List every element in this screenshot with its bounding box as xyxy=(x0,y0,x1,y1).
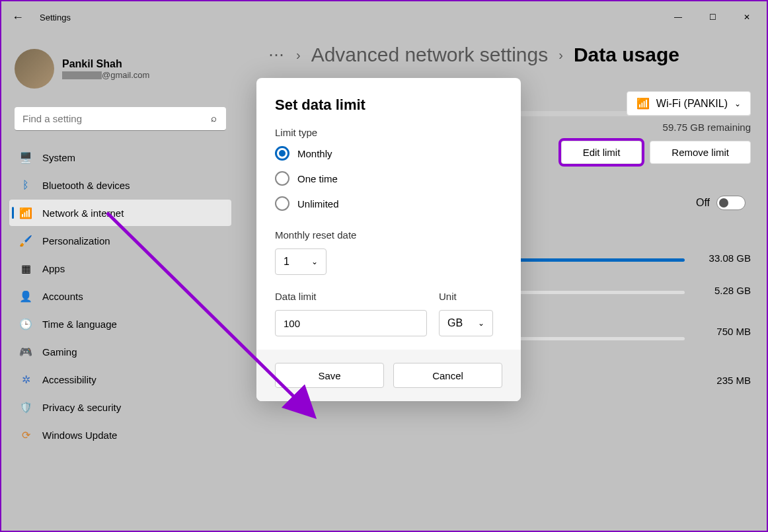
sidebar-item-apps[interactable]: ▦Apps xyxy=(9,255,231,282)
profile-name: Pankil Shah xyxy=(62,58,149,70)
sidebar-item-time[interactable]: 🕒Time & language xyxy=(9,311,231,337)
chevron-right-icon: › xyxy=(296,48,301,63)
profile-block[interactable]: Pankil Shah @gmail.com xyxy=(7,44,234,102)
chevron-right-icon: › xyxy=(558,48,563,63)
breadcrumb-more[interactable]: ⋯ xyxy=(268,46,286,64)
search-icon[interactable]: ⌕ xyxy=(211,112,217,124)
radio-unlimited[interactable]: Unlimited xyxy=(275,196,502,211)
radio-icon xyxy=(275,146,289,161)
breadcrumb-link[interactable]: Advanced network settings xyxy=(311,44,549,66)
breadcrumb-current: Data usage xyxy=(574,44,679,66)
profile-email: @gmail.com xyxy=(62,70,149,80)
back-button[interactable]: ← xyxy=(7,8,29,27)
sidebar-item-accessibility[interactable]: ✲Accessibility xyxy=(9,366,231,393)
data-limit-label: Data limit xyxy=(275,291,427,302)
wifi-label: Wi-Fi (PANKIL) xyxy=(656,98,728,110)
sidebar-item-privacy[interactable]: 🛡️Privacy & security xyxy=(9,394,231,420)
reset-date-select[interactable]: 1 ⌄ xyxy=(275,248,326,275)
save-button[interactable]: Save xyxy=(275,363,384,388)
cancel-button[interactable]: Cancel xyxy=(393,363,502,388)
toggle-state: Off xyxy=(696,197,710,209)
minimize-button[interactable]: — xyxy=(664,7,693,27)
wifi-selector[interactable]: 📶 Wi-Fi (PANKIL) ⌄ xyxy=(627,91,751,116)
radio-monthly[interactable]: Monthly xyxy=(275,146,502,161)
reset-date-label: Monthly reset date xyxy=(275,229,502,241)
sidebar-item-gaming[interactable]: 🎮Gaming xyxy=(9,338,231,365)
chevron-down-icon: ⌄ xyxy=(478,319,484,328)
shield-icon: 🛡️ xyxy=(20,401,32,413)
set-data-limit-dialog: Set data limit Limit type Monthly One ti… xyxy=(256,78,521,401)
search-input[interactable] xyxy=(15,107,226,131)
radio-icon xyxy=(275,196,289,211)
chevron-down-icon: ⌄ xyxy=(734,99,741,108)
gamepad-icon: 🎮 xyxy=(20,346,32,358)
wifi-icon: 📶 xyxy=(636,97,650,110)
radio-onetime[interactable]: One time xyxy=(275,171,502,186)
search-box: ⌕ xyxy=(15,107,226,131)
sidebar-item-bluetooth[interactable]: ᛒBluetooth & devices xyxy=(9,172,231,198)
edit-limit-button[interactable]: Edit limit xyxy=(561,141,642,164)
sidebar-item-accounts[interactable]: 👤Accounts xyxy=(9,283,231,309)
system-icon: 🖥️ xyxy=(20,151,32,163)
brush-icon: 🖌️ xyxy=(20,235,32,247)
app-size: 750 MB xyxy=(698,326,751,337)
unit-select[interactable]: GB ⌄ xyxy=(439,310,493,336)
close-button[interactable]: ✕ xyxy=(732,7,761,27)
sidebar-item-update[interactable]: ⟳Windows Update xyxy=(9,422,231,448)
apps-icon: ▦ xyxy=(20,262,32,274)
bluetooth-icon: ᛒ xyxy=(20,179,32,191)
wifi-icon: 📶 xyxy=(20,207,32,219)
remove-limit-button[interactable]: Remove limit xyxy=(650,141,751,164)
clock-icon: 🕒 xyxy=(20,318,32,330)
dialog-title: Set data limit xyxy=(275,96,502,114)
sidebar: Pankil Shah @gmail.com ⌕ 🖥️System ᛒBluet… xyxy=(1,33,239,531)
nav-list: 🖥️System ᛒBluetooth & devices 📶Network &… xyxy=(7,144,234,448)
app-size: 33.08 GB xyxy=(698,252,751,264)
titlebar: ← Settings — ☐ ✕ xyxy=(1,1,767,33)
chevron-down-icon: ⌄ xyxy=(311,257,318,266)
metered-toggle[interactable] xyxy=(716,196,746,210)
unit-label: Unit xyxy=(439,291,493,302)
radio-icon xyxy=(275,171,289,186)
breadcrumb: ⋯ › Advanced network settings › Data usa… xyxy=(268,44,751,66)
sidebar-item-personalization[interactable]: 🖌️Personalization xyxy=(9,227,231,254)
app-size: 235 MB xyxy=(698,375,751,386)
app-size: 5.28 GB xyxy=(698,285,751,296)
maximize-button[interactable]: ☐ xyxy=(698,7,727,27)
accessibility-icon: ✲ xyxy=(20,373,32,385)
data-limit-input[interactable] xyxy=(275,310,427,336)
sidebar-item-network[interactable]: 📶Network & internet xyxy=(9,200,231,226)
limit-type-label: Limit type xyxy=(275,127,502,138)
sidebar-item-system[interactable]: 🖥️System xyxy=(9,144,231,171)
avatar xyxy=(15,49,54,89)
update-icon: ⟳ xyxy=(20,429,32,441)
person-icon: 👤 xyxy=(20,290,32,302)
app-title: Settings xyxy=(40,13,71,22)
